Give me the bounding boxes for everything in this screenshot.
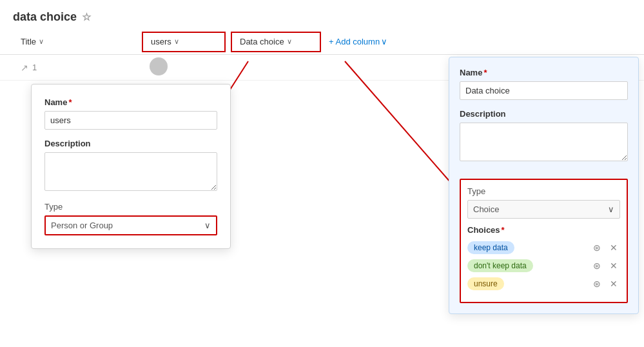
right-type-label: Type (467, 186, 620, 196)
datachoice-col-label: Data choice (240, 37, 284, 46)
choices-label: Choices* (467, 225, 620, 235)
right-type-chevron: ∨ (608, 204, 614, 214)
users-col-chevron: ∨ (174, 37, 179, 46)
choice-2-actions: ⊛ ✕ (590, 259, 620, 272)
column-headers: Title ∨ users ∨ Data choice ∨ + Add colu… (0, 29, 644, 55)
col-header-title[interactable]: Title ∨ (13, 29, 142, 54)
left-description-label: Description (44, 139, 217, 148)
title-text: data choice (13, 10, 77, 24)
choice-item-1: keep data ⊛ ✕ (467, 241, 620, 254)
row-expand-icon: ↗ (21, 63, 28, 73)
choice-tag-2[interactable]: don't keep data (467, 259, 533, 272)
choice-2-delete-icon[interactable]: ✕ (607, 259, 620, 272)
choice-item-3: unsure ⊛ ✕ (467, 277, 620, 290)
choice-3-delete-icon[interactable]: ✕ (607, 277, 620, 290)
right-description-label: Description (460, 109, 628, 119)
choice-1-delete-icon[interactable]: ✕ (607, 241, 620, 254)
choice-tag-3[interactable]: unsure (467, 277, 504, 290)
left-name-input[interactable] (44, 111, 217, 130)
datachoice-col-chevron: ∨ (287, 37, 292, 46)
add-column-chevron: ∨ (381, 37, 387, 46)
left-name-label: Name* (44, 97, 217, 107)
right-name-label: Name* (460, 68, 628, 77)
title-col-label: Title (21, 37, 36, 46)
col-header-datachoice[interactable]: Data choice ∨ (231, 32, 321, 52)
add-column-label: + Add column (329, 37, 380, 46)
favorite-star[interactable]: ☆ (82, 11, 91, 23)
left-type-chevron: ∨ (204, 221, 211, 230)
right-name-input[interactable] (460, 81, 628, 100)
svg-line-2 (345, 61, 464, 198)
choice-2-color-icon[interactable]: ⊛ (590, 259, 603, 272)
row-number: 1 (32, 63, 37, 72)
title-col-chevron: ∨ (39, 37, 44, 46)
page-title: data choice ☆ (0, 0, 644, 29)
row-icon-cell: ↗ 1 (13, 63, 142, 73)
right-type-dropdown[interactable]: Choice ∨ (467, 200, 620, 219)
datachoice-popup: Name* Description Type Choice ∨ Choices*… (449, 57, 639, 314)
users-col-label: users (151, 37, 171, 46)
users-popup: Name* Description Type Person or Group ∨ (31, 84, 231, 249)
choice-3-color-icon[interactable]: ⊛ (590, 277, 603, 290)
choice-1-actions: ⊛ ✕ (590, 241, 620, 254)
avatar (150, 57, 168, 75)
left-type-value: Person or Group (51, 221, 113, 230)
right-description-textarea[interactable] (460, 123, 628, 161)
choice-item-2: don't keep data ⊛ ✕ (467, 259, 620, 272)
left-type-dropdown[interactable]: Person or Group ∨ (44, 215, 217, 235)
left-type-label: Type (44, 202, 217, 212)
choice-3-actions: ⊛ ✕ (590, 277, 620, 290)
choice-1-color-icon[interactable]: ⊛ (590, 241, 603, 254)
right-type-value: Choice (473, 204, 499, 214)
type-section: Type Choice ∨ Choices* keep data ⊛ ✕ don… (460, 179, 628, 303)
row-users-cell (142, 57, 226, 77)
add-column-button[interactable]: + Add column ∨ (321, 37, 395, 46)
left-description-textarea[interactable] (44, 152, 217, 191)
col-header-users[interactable]: users ∨ (142, 32, 226, 52)
choice-tag-1[interactable]: keep data (467, 241, 514, 254)
